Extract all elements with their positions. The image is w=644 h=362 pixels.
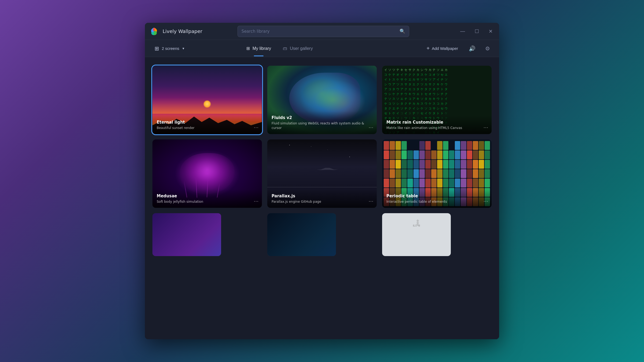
toolbar-right: + Add Wallpaper 🔊 ⚙ — [423, 43, 493, 54]
search-bar: 🔍 — [237, 26, 409, 37]
card-desc-eternal: Beautiful sunset render — [157, 126, 258, 130]
titlebar: Lively Wallpaper 🔍 — ☐ ✕ — [145, 23, 499, 40]
wallpaper-card-fluids-v2[interactable]: Fluids v2 Fluid simulation using WebGL r… — [267, 66, 377, 134]
card-desc-periodic: Interactive periodic table of elements — [386, 200, 487, 204]
wallpaper-card-bottom3[interactable]: 🏞 — [382, 213, 451, 256]
card-title-fluids: Fluids v2 — [272, 115, 372, 120]
tab-user-gallery[interactable]: 🗃 User gallery — [277, 44, 318, 53]
nav-tabs: ⊞ My library 🗃 User gallery — [241, 44, 318, 53]
card-title-eternal: Eternal light — [157, 120, 258, 125]
card-desc-matrix: Matrix like rain animation using HTML5 C… — [386, 126, 487, 130]
settings-icon: ⚙ — [485, 46, 490, 51]
search-icon-button[interactable]: 🔍 — [400, 28, 405, 34]
app-window: Lively Wallpaper 🔍 — ☐ ✕ ⊞ 2 screens ▾ ⊞… — [145, 23, 499, 339]
card-thumbnail-bottom2 — [267, 213, 336, 256]
card-desc-medusa: Soft body jellyfish simulation — [157, 200, 258, 204]
card-menu-periodic[interactable]: ··· — [484, 198, 488, 204]
wallpaper-card-periodic[interactable]: Periodic table Interactive periodic tabl… — [382, 139, 492, 208]
card-title-periodic: Periodic table — [386, 194, 487, 198]
wallpaper-card-bottom2[interactable] — [267, 213, 336, 256]
card-desc-fluids: Fluid simulation using WebGL reacts with… — [272, 121, 372, 130]
card-menu-eternal[interactable]: ··· — [254, 125, 259, 130]
app-logo — [149, 27, 159, 36]
wallpaper-card-matrix-rain[interactable]: イコイシアウテケタセオタササソケトウコシソコクトセサカソテアトツテスアタケスツエ… — [382, 66, 492, 134]
add-icon: + — [426, 45, 430, 51]
window-controls: — ☐ ✕ — [458, 27, 495, 35]
card-title-matrix: Matrix rain Customizable — [386, 120, 487, 125]
volume-button[interactable]: 🔊 — [466, 44, 478, 53]
toolbar: ⊞ 2 screens ▾ ⊞ My library 🗃 User galler… — [145, 40, 499, 57]
minimize-button[interactable]: — — [458, 27, 467, 35]
card-overlay-medusa: Medusae Soft body jellyfish simulation — [152, 189, 262, 208]
wallpaper-card-parallax[interactable]: Parallax.js Parallax.js engine GitHub pa… — [267, 139, 377, 208]
volume-icon: 🔊 — [469, 46, 475, 51]
screens-icon: ⊞ — [155, 45, 159, 52]
my-library-icon: ⊞ — [246, 46, 250, 51]
card-title-parallax: Parallax.js — [272, 194, 372, 198]
card-menu-matrix[interactable]: ··· — [484, 125, 488, 130]
app-title: Lively Wallpaper — [163, 28, 202, 34]
card-overlay-periodic: Periodic table Interactive periodic tabl… — [382, 189, 492, 208]
add-wallpaper-button[interactable]: + Add Wallpaper — [423, 43, 462, 54]
close-button[interactable]: ✕ — [486, 27, 495, 35]
chevron-down-icon: ▾ — [182, 46, 184, 50]
card-menu-parallax[interactable]: ··· — [369, 198, 374, 204]
screens-button[interactable]: ⊞ 2 screens ▾ — [151, 44, 188, 53]
card-thumbnail-bottom1 — [152, 213, 221, 256]
add-wallpaper-label: Add Wallpaper — [432, 46, 458, 51]
my-library-label: My library — [253, 46, 271, 51]
user-gallery-icon: 🗃 — [283, 46, 287, 51]
screens-label: 2 screens — [162, 46, 179, 51]
wallpaper-card-medusae[interactable]: Medusae Soft body jellyfish simulation ·… — [152, 139, 262, 208]
wallpaper-card-bottom1[interactable] — [152, 213, 221, 256]
card-thumbnail-bottom3: 🏞 — [382, 213, 451, 256]
search-input[interactable] — [241, 29, 397, 34]
wallpaper-card-eternal-light[interactable]: Eternal light Beautiful sunset render ··… — [152, 66, 262, 134]
card-menu-medusa[interactable]: ··· — [254, 198, 259, 204]
card-overlay-fluids: Fluids v2 Fluid simulation using WebGL r… — [267, 111, 377, 134]
wallpaper-grid: Eternal light Beautiful sunset render ··… — [152, 66, 492, 256]
settings-button[interactable]: ⚙ — [482, 44, 493, 53]
card-title-medusa: Medusae — [157, 194, 258, 198]
card-overlay-eternal: Eternal light Beautiful sunset render — [152, 116, 262, 134]
card-desc-parallax: Parallax.js engine GitHub page — [272, 200, 372, 204]
maximize-button[interactable]: ☐ — [473, 27, 481, 35]
content-area: Eternal light Beautiful sunset render ··… — [145, 57, 499, 339]
user-gallery-label: User gallery — [290, 46, 313, 51]
card-menu-fluids[interactable]: ··· — [369, 125, 374, 130]
card-overlay-matrix: Matrix rain Customizable Matrix like rai… — [382, 116, 492, 134]
card-overlay-parallax: Parallax.js Parallax.js engine GitHub pa… — [267, 189, 377, 208]
tab-my-library[interactable]: ⊞ My library — [241, 44, 276, 53]
